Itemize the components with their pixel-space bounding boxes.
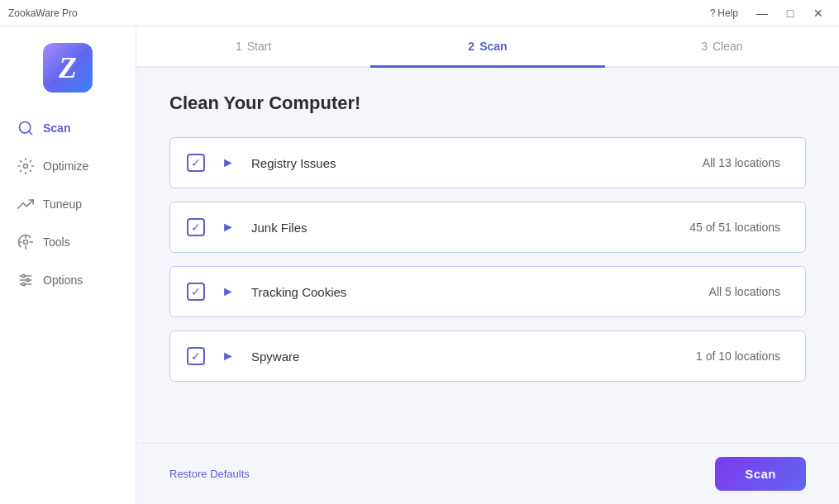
sidebar-item-label-optimize: Optimize — [43, 159, 88, 173]
restore-defaults-link[interactable]: Restore Defaults — [169, 468, 250, 480]
scan-item-spyware-name: Spyware — [251, 349, 683, 364]
content-footer: Restore Defaults Scan — [136, 443, 839, 504]
tab-scan[interactable]: 2 Scan — [370, 26, 604, 66]
svg-line-1 — [29, 131, 32, 135]
help-icon: ? — [710, 7, 716, 19]
sidebar-item-optimize[interactable]: Optimize — [0, 147, 136, 185]
minimize-button[interactable]: — — [750, 4, 775, 22]
app-title: ZookaWare Pro — [8, 7, 78, 19]
sidebar-item-label-options: Options — [43, 273, 83, 287]
close-button[interactable]: ✕ — [806, 4, 831, 22]
scan-button[interactable]: Scan — [715, 457, 806, 491]
content-area: 1 Start 2 Scan 3 Clean Clean Your Comput… — [136, 26, 839, 504]
options-icon — [17, 271, 35, 289]
tab-scan-label: Scan — [479, 40, 507, 53]
sidebar-item-label-tools: Tools — [43, 235, 70, 249]
svg-point-8 — [26, 278, 29, 281]
checkbox-registry[interactable]: ✓ — [187, 154, 205, 172]
scan-item-spyware-location: 1 of 10 locations — [696, 349, 780, 363]
svg-point-9 — [22, 283, 25, 285]
content-body: Clean Your Computer! ✓ ► Registry Issues… — [136, 68, 839, 443]
scan-items-list: ✓ ► Registry Issues All 13 locations ✓ ►… — [169, 137, 806, 382]
svg-point-7 — [22, 274, 25, 277]
scan-icon — [17, 119, 35, 137]
titlebar: ZookaWare Pro ? Help — □ ✕ — [0, 0, 839, 26]
expand-spyware[interactable]: ► — [218, 346, 238, 366]
scan-item-junk-location: 45 of 51 locations — [689, 221, 780, 234]
scan-item-registry[interactable]: ✓ ► Registry Issues All 13 locations — [169, 137, 806, 188]
sidebar-item-label-tuneup: Tuneup — [43, 197, 82, 211]
checkbox-cookies[interactable]: ✓ — [187, 283, 205, 301]
scan-item-junk-name: Junk Files — [251, 221, 676, 235]
main-layout: Z Scan Optimize — [0, 26, 839, 504]
app-logo: Z — [43, 43, 93, 93]
help-button[interactable]: ? Help — [710, 7, 738, 19]
tab-start-label: Start — [247, 40, 272, 53]
checkbox-spyware[interactable]: ✓ — [187, 347, 205, 365]
logo-area: Z — [43, 43, 93, 93]
expand-junk[interactable]: ► — [218, 217, 238, 237]
sidebar-item-options[interactable]: Options — [0, 261, 136, 299]
sidebar: Z Scan Optimize — [0, 26, 136, 504]
expand-registry[interactable]: ► — [218, 153, 238, 173]
svg-point-2 — [24, 164, 28, 169]
tab-scan-num: 2 — [468, 40, 474, 53]
sidebar-nav: Scan Optimize — [0, 109, 136, 299]
scan-item-spyware[interactable]: ✓ ► Spyware 1 of 10 locations — [169, 330, 806, 382]
sidebar-item-tuneup[interactable]: Tuneup — [0, 185, 136, 223]
page-title: Clean Your Computer! — [169, 93, 806, 114]
tab-clean[interactable]: 3 Clean — [605, 26, 839, 66]
scan-item-cookies-name: Tracking Cookies — [251, 285, 696, 299]
tab-clean-num: 3 — [701, 40, 708, 53]
tuneup-icon — [17, 195, 35, 213]
help-label: Help — [717, 7, 738, 19]
expand-cookies[interactable]: ► — [218, 282, 238, 302]
checkbox-junk[interactable]: ✓ — [187, 218, 205, 236]
tab-start-num: 1 — [236, 40, 242, 53]
tab-start[interactable]: 1 Start — [136, 26, 370, 66]
tab-clean-label: Clean — [713, 40, 743, 53]
step-tabs: 1 Start 2 Scan 3 Clean — [136, 26, 839, 68]
scan-item-cookies-location: All 5 locations — [709, 285, 780, 298]
scan-item-registry-location: All 13 locations — [703, 156, 780, 169]
maximize-button[interactable]: □ — [778, 4, 803, 22]
sidebar-item-label-scan: Scan — [43, 121, 70, 135]
scan-item-junk[interactable]: ✓ ► Junk Files 45 of 51 locations — [169, 202, 806, 253]
titlebar-controls: ? Help — □ ✕ — [710, 4, 831, 22]
optimize-icon — [17, 157, 35, 175]
sidebar-item-scan[interactable]: Scan — [0, 109, 136, 147]
sidebar-item-tools[interactable]: Tools — [0, 223, 136, 261]
svg-point-3 — [24, 240, 28, 245]
scan-item-cookies[interactable]: ✓ ► Tracking Cookies All 5 locations — [169, 266, 806, 317]
scan-item-registry-name: Registry Issues — [251, 156, 689, 170]
tools-icon — [17, 233, 35, 251]
